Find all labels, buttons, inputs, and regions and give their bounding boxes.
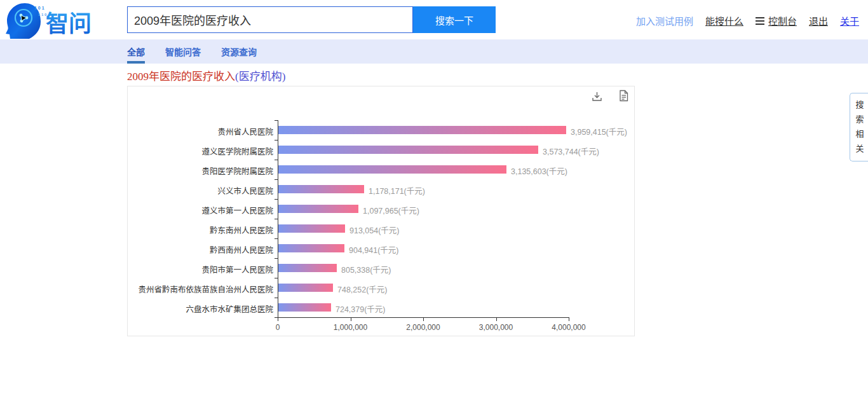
result-tabbar: 全部 智能问答 资源查询 (0, 39, 868, 64)
logo-text: 智问 (46, 11, 92, 37)
x-axis-tick (278, 317, 278, 321)
bar-value-label: 1,178,171(千元) (369, 184, 425, 196)
y-axis-tick (275, 258, 278, 259)
link-what-can-search[interactable]: 能搜什么 (705, 14, 743, 27)
x-tick-label: 4,000,000 (552, 323, 585, 332)
bar-value-label: 3,135,603(千元) (511, 165, 567, 177)
search-button[interactable]: 搜索一下 (413, 6, 496, 33)
category-label: 遵义医学院附属医院 (128, 145, 273, 157)
x-axis-tick (423, 317, 424, 321)
bar-value-label: 3,573,744(千元) (543, 145, 599, 157)
category-label: 黔东南州人民医院 (128, 224, 273, 236)
bar (278, 284, 333, 292)
bar (278, 244, 344, 252)
hamburger-icon (756, 17, 764, 25)
bar-value-label: 724,379(千元) (336, 303, 386, 315)
tab-smart-qa[interactable]: 智能问答 (165, 39, 201, 64)
bar-value-label: 805,338(千元) (341, 263, 391, 275)
x-tick-label: 0 (276, 323, 280, 332)
x-axis-tick (569, 317, 569, 321)
x-tick-label: 3,000,000 (479, 323, 513, 332)
y-axis-tick (275, 120, 278, 121)
bar-value-label: 748,252(千元) (337, 283, 388, 295)
link-join-test-cases[interactable]: 加入测试用例 (636, 14, 693, 27)
bar (278, 126, 566, 134)
category-label: 黔西南州人民医院 (128, 244, 273, 256)
bar-value-label: 3,959,415(千元) (571, 125, 627, 137)
y-axis-tick (275, 278, 278, 278)
search-input[interactable] (127, 6, 413, 33)
bar-value-label: 904,941(千元) (349, 244, 399, 256)
y-axis-tick (275, 219, 278, 219)
bar (278, 146, 538, 154)
search-related-label: 搜索相关 (855, 100, 864, 161)
y-axis-tick (275, 199, 278, 200)
link-console[interactable]: 控制台 (756, 14, 797, 27)
bar (278, 185, 364, 193)
app-header: 1 0 1 1 1 0 智问 搜索一下 加入测试用例 能搜什么 控制台 退出 关… (0, 0, 868, 39)
search-related-panel[interactable]: 搜索相关 (850, 93, 868, 161)
plot-area: 01,000,0002,000,0003,000,0004,000,000贵州省… (128, 86, 634, 336)
category-label: 兴义市人民医院 (128, 184, 273, 196)
svg-text:1 0 1: 1 0 1 (34, 6, 44, 10)
search-bar: 搜索一下 (127, 6, 496, 33)
y-axis-tick (275, 238, 278, 239)
bar-value-label: 1,097,965(千元) (363, 204, 419, 216)
tab-all[interactable]: 全部 (127, 39, 145, 64)
bar (278, 224, 345, 233)
x-axis-tick (351, 317, 351, 321)
category-label: 六盘水市水矿集团总医院 (128, 303, 273, 315)
x-tick-label: 1,000,000 (334, 323, 367, 332)
result-title-main: 2009年医院的医疗收入 (127, 71, 235, 83)
chart-card: 01,000,0002,000,0003,000,0004,000,000贵州省… (127, 86, 635, 336)
logo-head-icon: 1 0 1 1 1 0 (6, 3, 47, 39)
bar-value-label: 913,054(千元) (349, 224, 400, 236)
link-logout[interactable]: 退出 (809, 14, 828, 27)
top-links: 加入测试用例 能搜什么 控制台 退出 关于 (636, 14, 859, 27)
bar (278, 205, 358, 213)
result-title-suffix: (医疗机构) (235, 71, 285, 83)
x-tick-label: 2,000,000 (406, 323, 440, 332)
category-label: 贵阳市第一人民医院 (128, 263, 273, 275)
y-axis-tick (275, 179, 278, 180)
y-axis-tick (275, 298, 278, 298)
y-axis-tick (275, 160, 278, 160)
category-label: 贵州省黔南布依族苗族自治州人民医院 (128, 283, 273, 295)
app-logo[interactable]: 1 0 1 1 1 0 智问 (4, 2, 112, 39)
bar (278, 264, 337, 272)
category-label: 贵阳医学院附属医院 (128, 165, 273, 177)
y-axis-tick (275, 140, 278, 141)
link-about[interactable]: 关于 (840, 14, 859, 27)
bar (278, 303, 331, 312)
x-axis-tick (496, 317, 497, 321)
tab-resource-query[interactable]: 资源查询 (221, 39, 257, 64)
category-label: 贵州省人民医院 (128, 125, 273, 137)
link-console-label[interactable]: 控制台 (768, 14, 797, 27)
bar (278, 165, 506, 174)
result-title: 2009年医院的医疗收入(医疗机构) (127, 67, 285, 83)
category-label: 遵义市第一人民医院 (128, 204, 273, 216)
